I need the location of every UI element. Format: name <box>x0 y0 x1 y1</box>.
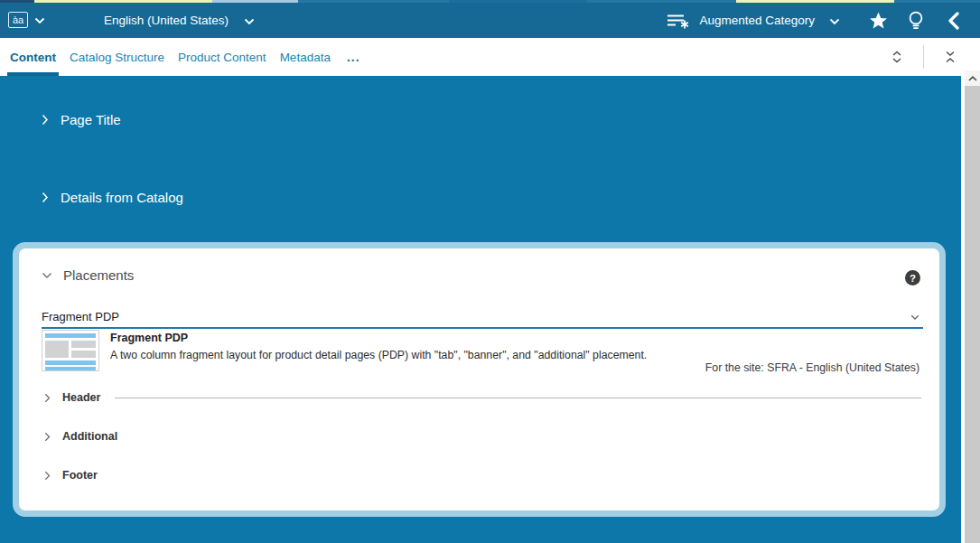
layout-search-row <box>42 303 923 329</box>
content-canvas: Page Title Details from Catalog Placemen… <box>0 76 961 543</box>
augmented-category-selector[interactable]: Augmented Category <box>666 12 840 30</box>
back-button[interactable] <box>940 7 967 34</box>
chevron-right-icon <box>44 393 51 403</box>
chevron-left-icon <box>947 12 960 30</box>
scroll-up-icon <box>968 76 977 81</box>
divider <box>923 45 924 69</box>
section-details-from-catalog[interactable]: Details from Catalog <box>42 190 183 205</box>
chevron-right-icon <box>42 192 49 203</box>
chevron-right-icon <box>44 432 51 442</box>
layout-search-input[interactable] <box>42 310 910 327</box>
tab-content[interactable]: Content <box>9 38 57 76</box>
layout-result-description: A two column fragment layout for product… <box>110 349 647 361</box>
collapse-all-button[interactable] <box>937 43 964 70</box>
section-tools <box>883 38 964 76</box>
tab-catalog-structure[interactable]: Catalog Structure <box>69 38 165 76</box>
site-note: For the site: SFRA - English (United Sta… <box>705 361 919 374</box>
layout-result-text: Fragment PDP A two column fragment layou… <box>110 330 647 371</box>
lightbulb-icon <box>907 10 925 32</box>
editor-tabbar: Content Catalog Structure Product Conten… <box>0 38 980 76</box>
region-footer[interactable]: Footer <box>44 462 939 489</box>
collapse-all-icon <box>944 50 957 64</box>
chevron-down-icon[interactable] <box>34 17 45 24</box>
region-label: Footer <box>62 469 98 482</box>
top-toolbar: àa English (United States) <box>0 3 980 38</box>
section-label: Details from Catalog <box>61 190 183 205</box>
topbar-actions: Augmented Category <box>666 3 967 38</box>
chevron-down-icon[interactable] <box>910 314 919 321</box>
region-header[interactable]: Header <box>44 384 939 411</box>
chevron-down-icon <box>244 18 255 25</box>
augmented-category-icon <box>666 12 691 30</box>
tab-list: Content Catalog Structure Product Conten… <box>9 38 360 76</box>
region-label: Header <box>62 391 100 404</box>
section-placements[interactable]: Placements <box>42 267 134 283</box>
locale-selector[interactable]: English (United States) <box>104 3 255 38</box>
chevron-right-icon <box>42 114 49 126</box>
chevron-right-icon <box>44 471 51 481</box>
placements-card: Placements ? Fragment <box>13 242 946 517</box>
chevron-down-icon <box>829 18 840 25</box>
star-icon <box>869 12 888 30</box>
language-icon[interactable]: àa <box>8 12 28 28</box>
expand-all-icon <box>891 50 903 64</box>
region-divider <box>115 398 921 398</box>
hints-button[interactable] <box>902 7 929 34</box>
vertical-scrollbar[interactable] <box>965 70 980 543</box>
chevron-down-icon <box>42 272 52 279</box>
section-label: Placements <box>63 267 134 283</box>
favorite-button[interactable] <box>864 7 891 34</box>
help-icon[interactable]: ? <box>905 270 920 286</box>
section-page-title[interactable]: Page Title <box>42 112 121 127</box>
augmented-category-label: Augmented Category <box>699 14 815 27</box>
layout-thumbnail-icon <box>42 330 99 371</box>
region-additional[interactable]: Additional <box>44 423 939 450</box>
section-label: Page Title <box>61 112 121 127</box>
locale-label: English (United States) <box>104 14 229 27</box>
layout-result-title: Fragment PDP <box>110 332 647 344</box>
region-label: Additional <box>62 430 117 443</box>
page-designer-window: àa English (United States) <box>0 0 980 543</box>
tab-product-content[interactable]: Product Content <box>177 38 267 76</box>
expand-all-button[interactable] <box>883 43 910 70</box>
scroll-up-button[interactable] <box>965 70 980 86</box>
tab-metadata[interactable]: Metadata <box>279 38 331 76</box>
layout-result-item[interactable]: Fragment PDP A two column fragment layou… <box>42 330 647 371</box>
more-tabs-button[interactable]: ... <box>347 50 360 64</box>
